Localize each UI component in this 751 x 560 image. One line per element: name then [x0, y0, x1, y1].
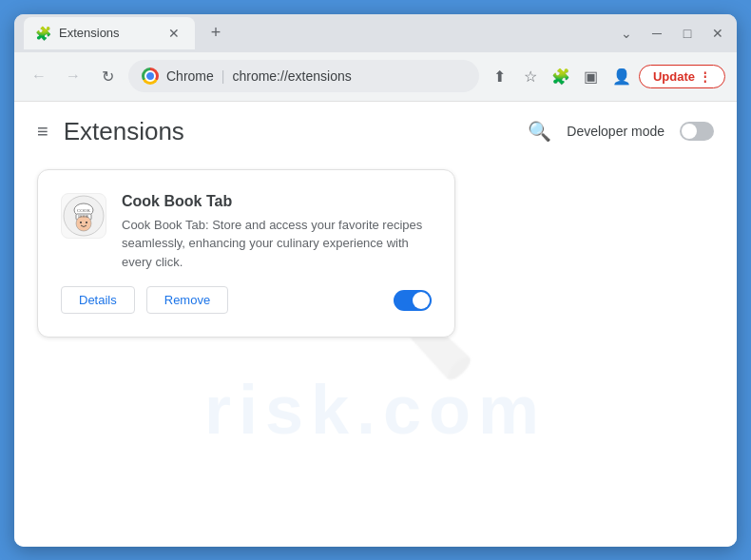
- watermark-text: risk.com: [204, 371, 547, 449]
- extension-description: Cook Book Tab: Store and access your fav…: [122, 216, 432, 272]
- title-bar: 🧩 Extensions ✕ + ⌄ ─ □ ✕: [14, 14, 737, 52]
- main-content: 🔍 risk.com ≡ Extensions 🔍 Developer mode: [14, 102, 737, 547]
- card-top: COOK BOOK Cook Book Tab Cook Book Tab: S…: [61, 193, 432, 272]
- reload-button[interactable]: ↻: [94, 63, 121, 89]
- developer-mode-toggle[interactable]: [680, 122, 714, 141]
- minimize-button[interactable]: ─: [647, 24, 666, 43]
- new-tab-button[interactable]: +: [202, 20, 229, 47]
- window-controls: ⌄ ─ □ ✕: [617, 24, 727, 43]
- tab-label: Extensions: [59, 26, 120, 40]
- hamburger-menu-button[interactable]: ≡: [37, 121, 48, 143]
- tab-extension-icon: 🧩: [35, 26, 51, 41]
- address-bar-row: ← → ↻ Chrome | chrome://extensions ⬆ ☆ 🧩…: [14, 52, 737, 102]
- back-button[interactable]: ←: [26, 63, 52, 89]
- extensions-icon[interactable]: 🧩: [548, 63, 574, 89]
- header-right: 🔍 Developer mode: [528, 120, 714, 143]
- extension-icon: COOK BOOK: [61, 193, 106, 239]
- remove-button[interactable]: Remove: [146, 286, 228, 314]
- maximize-button[interactable]: □: [678, 24, 697, 43]
- toolbar-icons: ⬆ ☆ 🧩 ▣ 👤 Update ⋮: [487, 63, 725, 89]
- share-icon[interactable]: ⬆: [487, 63, 513, 89]
- svg-text:BOOK: BOOK: [78, 213, 88, 218]
- split-view-icon[interactable]: ▣: [578, 63, 605, 89]
- tab-close-button[interactable]: ✕: [164, 24, 183, 43]
- update-menu-icon: ⋮: [699, 69, 711, 84]
- update-label: Update: [653, 69, 695, 84]
- card-bottom: Details Remove: [61, 286, 432, 314]
- brand-name: Chrome: [166, 68, 214, 84]
- svg-point-5: [86, 222, 87, 223]
- browser-window: 🧩 Extensions ✕ + ⌄ ─ □ ✕ ← → ↻ Chrome | …: [14, 14, 737, 547]
- page-title: Extensions: [64, 117, 184, 146]
- profile-icon[interactable]: 👤: [608, 63, 635, 89]
- extension-card: COOK BOOK Cook Book Tab Cook Book Tab: S…: [37, 169, 455, 338]
- active-tab[interactable]: 🧩 Extensions ✕: [24, 17, 195, 49]
- bookmark-icon[interactable]: ☆: [517, 63, 544, 89]
- update-button[interactable]: Update ⋮: [639, 65, 725, 88]
- developer-mode-label: Developer mode: [567, 124, 664, 139]
- search-icon[interactable]: 🔍: [528, 120, 551, 143]
- chevron-down-icon[interactable]: ⌄: [617, 24, 636, 43]
- address-divider: |: [221, 68, 225, 84]
- address-url: chrome://extensions: [232, 68, 351, 84]
- svg-text:COOK: COOK: [77, 208, 91, 213]
- close-window-button[interactable]: ✕: [708, 24, 727, 43]
- details-button[interactable]: Details: [61, 286, 135, 314]
- extensions-list: COOK BOOK Cook Book Tab Cook Book Tab: S…: [14, 162, 737, 361]
- svg-point-4: [80, 222, 82, 223]
- chrome-logo-icon: [142, 68, 159, 85]
- cookbook-icon-svg: COOK BOOK: [63, 195, 105, 237]
- extension-name: Cook Book Tab: [122, 193, 432, 210]
- forward-button[interactable]: →: [60, 63, 87, 89]
- extension-enable-toggle[interactable]: [394, 290, 432, 311]
- extension-info: Cook Book Tab Cook Book Tab: Store and a…: [122, 193, 432, 272]
- extensions-header: ≡ Extensions 🔍 Developer mode: [14, 102, 737, 162]
- address-input[interactable]: Chrome | chrome://extensions: [128, 60, 479, 92]
